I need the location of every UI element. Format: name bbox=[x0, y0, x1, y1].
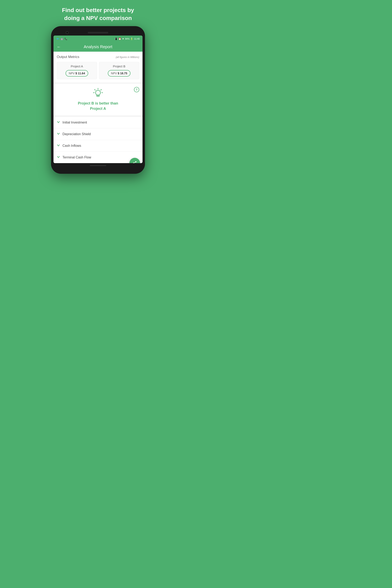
phone-device: 🐦 🤖 📞 📳 ⏰ ▼ 94% 🔋 11:40 ← Analysis Repor… bbox=[51, 26, 145, 174]
phone-top-bar bbox=[54, 30, 142, 36]
projects-row: Project A NPV $ 11.64 Project B NPV $ 18… bbox=[57, 62, 139, 79]
speaker bbox=[88, 32, 108, 34]
accordion-item-depreciation-shield[interactable]: Depreciation Shield bbox=[54, 128, 142, 140]
project-b-npv-label: NPV bbox=[111, 72, 117, 75]
metrics-header: Output Metrics (all figures in Millions) bbox=[57, 55, 139, 59]
accordion-label-initial-investment: Initial Investment bbox=[62, 121, 87, 124]
status-icons-right: 📳 ⏰ ▼ 94% 🔋 11:40 bbox=[115, 38, 140, 40]
lightbulb-wrapper bbox=[57, 88, 139, 99]
project-a-title: Project A bbox=[60, 64, 94, 68]
status-bar: 🐦 🤖 📞 📳 ⏰ ▼ 94% 🔋 11:40 bbox=[54, 36, 142, 42]
camera bbox=[66, 31, 68, 34]
accordion-item-initial-investment[interactable]: Initial Investment bbox=[54, 116, 142, 128]
page-headline: Find out better projects by doing a NPV … bbox=[50, 6, 146, 22]
project-b-title: Project B bbox=[102, 64, 136, 68]
battery-icon: 🔋 bbox=[130, 38, 133, 40]
accordion-item-cash-inflows[interactable]: Cash Inflows bbox=[54, 140, 142, 152]
accordion-item-terminal-cash-flow[interactable]: Terminal Cash Flow bbox=[54, 152, 142, 163]
vibrate-icon: 📳 bbox=[115, 38, 118, 40]
chevron-depreciation-shield bbox=[57, 132, 60, 136]
app-bar-title: Analysis Report bbox=[64, 44, 132, 49]
accordion-label-cash-inflows: Cash Inflows bbox=[62, 144, 81, 148]
status-icons-left: 🐦 🤖 📞 bbox=[56, 38, 68, 40]
chevron-terminal-cash-flow bbox=[57, 155, 60, 160]
svg-point-5 bbox=[96, 90, 100, 95]
insight-text: Project B is better than Project A bbox=[57, 101, 139, 111]
project-a-npv-badge: NPV $ 11.64 bbox=[66, 70, 88, 76]
phone-bottom bbox=[54, 163, 142, 168]
twitter-icon: 🐦 bbox=[56, 38, 59, 40]
svg-point-8 bbox=[135, 161, 136, 162]
svg-line-12 bbox=[134, 162, 135, 163]
phone-screen: 🐦 🤖 📞 📳 ⏰ ▼ 94% 🔋 11:40 ← Analysis Repor… bbox=[54, 36, 142, 163]
phone-icon: 📞 bbox=[64, 38, 68, 40]
svg-line-1 bbox=[94, 90, 95, 90]
metrics-title: Output Metrics bbox=[57, 55, 80, 59]
alarm-icon: ⏰ bbox=[118, 38, 121, 40]
content-area: Output Metrics (all figures in Millions)… bbox=[54, 52, 142, 163]
chevron-initial-investment bbox=[57, 120, 60, 124]
lightbulb-icon bbox=[93, 88, 103, 99]
metrics-subtitle: (all figures in Millions) bbox=[116, 56, 139, 58]
battery-percent: 94% bbox=[125, 38, 130, 40]
wifi-icon: ▼ bbox=[122, 38, 124, 40]
share-fab[interactable] bbox=[130, 158, 140, 163]
accordion-label-depreciation-shield: Depreciation Shield bbox=[62, 132, 91, 136]
project-a-npv-label: NPV bbox=[69, 72, 75, 75]
project-a-card: Project A NPV $ 11.64 bbox=[57, 62, 97, 79]
android-icon: 🤖 bbox=[60, 38, 63, 40]
svg-rect-7 bbox=[97, 96, 99, 96]
time-display: 11:40 bbox=[134, 38, 140, 40]
svg-point-9 bbox=[133, 162, 134, 163]
project-b-card: Project B NPV $ 18.75 bbox=[99, 62, 139, 79]
project-a-npv-value: $ 11.64 bbox=[75, 72, 85, 75]
svg-line-2 bbox=[101, 90, 102, 90]
share-icon bbox=[132, 161, 137, 163]
accordion-label-terminal-cash-flow: Terminal Cash Flow bbox=[62, 156, 91, 159]
project-b-npv-badge: NPV $ 18.75 bbox=[108, 70, 130, 76]
chevron-cash-inflows bbox=[57, 144, 60, 148]
project-b-npv-value: $ 18.75 bbox=[118, 72, 127, 75]
accordion-list: Initial Investment Depreciation Shield bbox=[54, 116, 142, 163]
insight-section: ? bbox=[54, 84, 142, 115]
back-button[interactable]: ← bbox=[57, 44, 61, 49]
home-indicator bbox=[90, 165, 106, 166]
app-bar: ← Analysis Report bbox=[54, 42, 142, 52]
metrics-section: Output Metrics (all figures in Millions)… bbox=[54, 52, 142, 82]
